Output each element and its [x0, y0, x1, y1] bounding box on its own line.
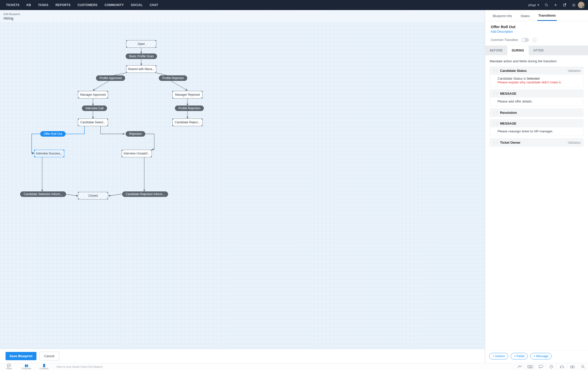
phase-tab-after[interactable]: AFTER — [529, 46, 548, 55]
workspace-switcher[interactable]: zPad — [525, 3, 542, 7]
blueprint-canvas[interactable]: Edit Blueprint Hiring — [0, 10, 485, 363]
add-message-button[interactable]: + Message — [530, 353, 552, 359]
common-transition-row: Common Transition i — [491, 38, 582, 42]
smart-chat-input[interactable]: Here is your Smart Chat (Ctrl+Space) — [53, 365, 514, 368]
phase-tab-before[interactable]: BEFORE — [485, 46, 507, 55]
transition-interview-call[interactable]: Interview Call — [82, 105, 107, 111]
info-icon[interactable]: i — [532, 38, 536, 42]
state-interview-success[interactable]: Interview Success... — [34, 150, 64, 157]
canvas-footer: Save Blueprint Cancel — [0, 349, 485, 363]
svg-point-0 — [545, 4, 547, 6]
mandate-name: Ticket Owner — [500, 141, 566, 144]
tab-transitions[interactable]: Transitions — [537, 14, 557, 21]
transition-candidate-rejection-inform[interactable]: Candidate Rejection Inform... — [122, 191, 168, 197]
zia-icon[interactable] — [514, 363, 525, 370]
tab-states[interactable]: States — [520, 14, 531, 21]
drag-handle-icon[interactable]: ⋮⋮ — [493, 141, 498, 144]
smart-chat-placeholder: Here is your Smart Chat (Ctrl+Space) — [57, 365, 103, 368]
chat-panel-icon[interactable] — [535, 363, 546, 370]
save-blueprint-button[interactable]: Save Blueprint — [6, 352, 36, 360]
mandate-name: MESSAGE — [500, 92, 581, 95]
transition-profile-rejected[interactable]: Profile Rejected — [159, 75, 187, 81]
camera-icon[interactable] — [567, 363, 577, 370]
svg-point-21 — [581, 365, 584, 367]
workspace-name: zPad — [528, 3, 536, 7]
transition-profile-rejection[interactable]: Profile Rejection — [175, 105, 204, 111]
transition-candidate-selection-inform[interactable]: Candidate Selection Inform... — [20, 191, 66, 197]
transition-basic-profile-scan[interactable]: Basic Profile Scan — [126, 54, 157, 59]
drag-handle-icon[interactable]: ⋮⋮ — [493, 92, 498, 95]
state-candidate-rejected[interactable]: Candidate Reject... — [172, 119, 203, 126]
nav-kb[interactable]: KB — [23, 0, 34, 10]
state-closed[interactable]: Closed — [78, 192, 108, 199]
mandate-name: Resolution — [500, 111, 581, 115]
mandate-candidate-status[interactable]: ⋮⋮ Candidate Status Validation Candidate… — [490, 67, 583, 87]
mandate-ticket-owner[interactable]: ⋮⋮ Ticket Owner Validation — [490, 138, 583, 147]
nav-social[interactable]: SOCIAL — [127, 0, 146, 10]
keyboard-icon[interactable] — [525, 363, 535, 370]
search-icon[interactable] — [544, 3, 549, 7]
svg-rect-4 — [563, 4, 565, 6]
bottom-chats[interactable]: 💬 Chats — [0, 363, 18, 370]
svg-point-6 — [573, 5, 574, 6]
pop-out-icon[interactable] — [562, 3, 567, 7]
drag-handle-icon[interactable]: ⋮⋮ — [493, 69, 498, 73]
mandate-list: Mandate action and fields during the tra… — [485, 55, 588, 350]
top-nav-items: TICKETS KB TASKS REPORTS CUSTOMERS COMMU… — [3, 0, 162, 10]
transition-profile-approved[interactable]: Profile Approved — [96, 75, 125, 81]
mandate-name: Candidate Status — [500, 69, 566, 73]
add-fields-button[interactable]: + Fields — [511, 353, 528, 359]
field-value: Selected — [527, 77, 540, 80]
bottom-bar: 💬 Chats 👥 Channels 👤 Contacts Here is yo… — [0, 363, 588, 370]
headset-icon[interactable] — [556, 363, 567, 370]
chevron-down-icon — [537, 5, 539, 6]
transition-header: Offer Roll Out Add Description Common Tr… — [485, 21, 588, 46]
nav-reports[interactable]: REPORTS — [52, 0, 74, 10]
tab-blueprint-info[interactable]: Blueprint Info — [492, 14, 513, 21]
field-label: Candidate Status is — [498, 77, 526, 80]
channels-icon: 👥 — [25, 364, 28, 367]
svg-rect-17 — [560, 367, 561, 368]
drag-handle-icon[interactable]: ⋮⋮ — [493, 122, 498, 125]
nav-chat[interactable]: CHAT — [146, 0, 162, 10]
validation-error: Please explain why candidate didn't make… — [498, 80, 580, 84]
svg-rect-18 — [563, 367, 563, 368]
plus-icon[interactable] — [553, 3, 558, 7]
state-open[interactable]: Open — [126, 40, 156, 48]
validation-badge: Validation — [568, 141, 581, 144]
add-description-link[interactable]: Add Description — [491, 30, 582, 33]
nav-community[interactable]: COMMUNITY — [101, 0, 127, 10]
bottom-channels[interactable]: 👥 Channels — [18, 363, 35, 370]
nav-tickets[interactable]: TICKETS — [3, 0, 23, 10]
presence-indicator — [582, 6, 585, 9]
state-candidate-selected[interactable]: Candidate Select... — [78, 119, 108, 126]
contacts-icon: 👤 — [42, 364, 46, 367]
state-interview-unsatisfactory[interactable]: Interview Unsatisf... — [122, 150, 152, 157]
nav-tasks[interactable]: TASKS — [34, 0, 52, 10]
search-icon-bottom[interactable] — [577, 363, 588, 370]
add-actions-button[interactable]: + Actions — [489, 353, 508, 359]
bottom-contacts[interactable]: 👤 Contacts — [35, 363, 53, 370]
drag-handle-icon[interactable]: ⋮⋮ — [493, 111, 498, 115]
flow-nodes: Open Shared with Mana... Manager Approve… — [0, 10, 485, 363]
mandate-message-1[interactable]: ⋮⋮ MESSAGE Please add offer details. — [490, 89, 583, 106]
nav-customers[interactable]: CUSTOMERS — [74, 0, 101, 10]
clock-icon[interactable] — [546, 363, 556, 370]
mandate-message-2[interactable]: ⋮⋮ MESSAGE Please reassign ticket to HR … — [490, 119, 583, 136]
state-manager-rejected[interactable]: Manager Rejected — [172, 91, 203, 98]
common-transition-toggle[interactable] — [521, 38, 529, 42]
message-text: Please add offer details. — [498, 99, 532, 103]
common-transition-label: Common Transition — [491, 38, 518, 42]
cancel-button[interactable]: Cancel — [39, 352, 59, 360]
state-shared-with-manager[interactable]: Shared with Mana... — [126, 65, 156, 73]
phase-tab-during[interactable]: DURING — [507, 46, 529, 55]
mandate-resolution[interactable]: ⋮⋮ Resolution — [490, 109, 583, 117]
topnav-actions — [544, 3, 576, 7]
state-manager-approved[interactable]: Manager Approved — [78, 91, 108, 98]
user-avatar[interactable] — [578, 2, 584, 8]
svg-point-20 — [572, 366, 573, 367]
transition-offer-roll-out[interactable]: Offer Roll Out — [40, 131, 66, 137]
svg-line-22 — [583, 367, 584, 368]
transition-rejection[interactable]: Rejection — [126, 131, 145, 137]
gear-icon[interactable] — [571, 3, 576, 7]
